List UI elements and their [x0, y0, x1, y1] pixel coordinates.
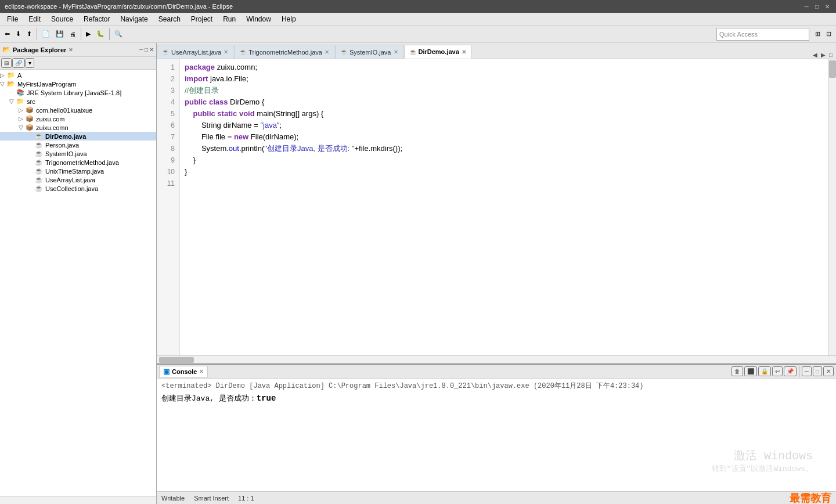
- editor-vscroll-thumb[interactable]: [829, 60, 836, 78]
- tree-item-4[interactable]: ▷📦com.hello01kuaixue: [0, 106, 156, 114]
- tree-label-11: UnixTimeStamp.java: [45, 168, 104, 175]
- toolbar-btn-perspective[interactable]: ⊞: [813, 27, 823, 41]
- menu-item-refactor[interactable]: Refactor: [79, 13, 114, 25]
- menu-item-help[interactable]: Help: [277, 13, 301, 25]
- sidebar-maximize-btn[interactable]: □: [145, 46, 148, 53]
- minimize-button[interactable]: ─: [802, 2, 810, 10]
- tree-item-0[interactable]: ▷📁A: [0, 71, 156, 80]
- tab-close-1[interactable]: ✕: [325, 49, 329, 55]
- toolbar-btn-print[interactable]: 🖨: [67, 27, 78, 41]
- toolbar-btn-3[interactable]: ⬆: [24, 27, 34, 41]
- menu-item-file[interactable]: File: [2, 13, 23, 25]
- toolbar-btn-run[interactable]: ▶: [84, 27, 93, 41]
- menu-item-search[interactable]: Search: [154, 13, 185, 25]
- tree-icon-6: 📦: [26, 124, 35, 131]
- line-numbers: 1234567891011: [157, 59, 180, 355]
- tree-item-8[interactable]: ☕Person.java: [0, 141, 156, 149]
- code-content[interactable]: package zuixu.comn;import java.io.File;/…: [180, 59, 828, 355]
- tree-item-13[interactable]: ☕UseCollection.java: [0, 184, 156, 193]
- toolbar-btn-views[interactable]: ⊡: [824, 27, 834, 41]
- cmt-3: //创建目录: [185, 85, 219, 96]
- editor-hscroll[interactable]: [157, 355, 836, 363]
- line-num-7: 7: [157, 131, 177, 143]
- tab-close-3[interactable]: ✕: [462, 49, 466, 55]
- editor-tab-3[interactable]: ☕DirDemo.java✕: [404, 45, 471, 59]
- sidebar-link-btn[interactable]: 🔗: [12, 58, 25, 68]
- console-minimize-btn[interactable]: ─: [802, 366, 812, 376]
- watermark: 激活 Windows 转到"设置"以激活Windows。: [712, 448, 813, 474]
- console-word-wrap-btn[interactable]: ↩: [772, 366, 783, 376]
- toolbar-btn-search[interactable]: 🔍: [112, 27, 125, 41]
- menu-item-project[interactable]: Project: [186, 13, 217, 25]
- tab-bar: ☕UseArrayList.java✕☕TrigonometricMethod.…: [157, 43, 836, 59]
- tree-item-9[interactable]: ☕SystemIO.java: [0, 149, 156, 158]
- console-scroll-lock-btn[interactable]: 🔒: [758, 366, 771, 376]
- menu-item-navigate[interactable]: Navigate: [116, 13, 152, 25]
- toolbar-btn-new[interactable]: 📄: [39, 27, 52, 41]
- sidebar-collapse-btn[interactable]: ⊟: [1, 58, 12, 68]
- code-line-3: //创建目录: [185, 85, 823, 96]
- tab-label-3: DirDemo.java: [419, 48, 459, 55]
- sidebar-hscroll[interactable]: [0, 496, 156, 504]
- console-tab-close[interactable]: ✕: [199, 369, 204, 375]
- tab-bar-controls: ◀▶□: [809, 51, 836, 59]
- tab-close-0[interactable]: ✕: [224, 49, 228, 55]
- tab-icon-2: ☕: [340, 49, 347, 55]
- tab-scroll-right[interactable]: ▶: [820, 51, 827, 59]
- maximize-button[interactable]: □: [813, 2, 821, 10]
- tree-item-7[interactable]: ☕DirDemo.java: [0, 132, 156, 141]
- window-controls: ─ □ ✕: [802, 2, 831, 10]
- editor-tab-2[interactable]: ☕SystemIO.java✕: [335, 45, 403, 59]
- menu-bar: FileEditSourceRefactorNavigateSearchProj…: [0, 13, 836, 26]
- editor-tab-0[interactable]: ☕UseArrayList.java✕: [157, 45, 233, 59]
- console-close-btn[interactable]: ✕: [823, 366, 834, 376]
- tree-icon-8: ☕: [35, 141, 44, 149]
- editor-tab-1[interactable]: ☕TrigonometricMethod.java✕: [234, 45, 334, 59]
- console-content: <terminated> DirDemo [Java Application] …: [157, 379, 836, 491]
- tree-arrow-3: ▽: [9, 98, 16, 105]
- tab-close-2[interactable]: ✕: [394, 49, 398, 55]
- console-stop-btn[interactable]: ⬛: [744, 366, 757, 376]
- editor-and-console: ☕UseArrayList.java✕☕TrigonometricMethod.…: [157, 43, 836, 491]
- console-tab[interactable]: ▣ Console ✕: [159, 366, 208, 377]
- menu-item-source[interactable]: Source: [46, 13, 78, 25]
- tree-item-6[interactable]: ▽📦zuixu.comn: [0, 123, 156, 132]
- tree-item-10[interactable]: ☕TrigonometricMethod.java: [0, 158, 156, 167]
- console-maximize-btn[interactable]: □: [813, 366, 822, 376]
- toolbar-btn-2[interactable]: ⬇: [13, 27, 23, 41]
- sidebar-minimize-btn[interactable]: ─: [139, 46, 143, 53]
- tab-maximize[interactable]: □: [828, 51, 834, 59]
- quick-access-box[interactable]: Quick Access: [716, 28, 809, 41]
- kw-void-5: void: [239, 108, 255, 120]
- title-text: eclipse-workspace - MyFirstJavaProgram/s…: [5, 3, 802, 10]
- tree-item-11[interactable]: ☕UnixTimeStamp.java: [0, 167, 156, 175]
- tree-icon-13: ☕: [35, 185, 44, 192]
- quick-access-label: Quick Access: [719, 31, 758, 38]
- tree-item-2[interactable]: 📚JRE System Library [JavaSE-1.8]: [0, 88, 156, 97]
- toolbar-btn-1[interactable]: ⬅: [2, 27, 12, 41]
- toolbar-btn-save[interactable]: 💾: [53, 27, 66, 41]
- menu-item-edit[interactable]: Edit: [24, 13, 45, 25]
- sidebar-close-btn[interactable]: ✕: [149, 46, 154, 53]
- tree-icon-4: 📦: [26, 106, 35, 114]
- tree-icon-3: 📁: [16, 98, 26, 105]
- sidebar-title-text: Package Explorer: [13, 46, 66, 53]
- tree-label-0: A: [17, 72, 21, 79]
- tree-item-5[interactable]: ▷📦zuixu.com: [0, 114, 156, 123]
- editor-vscroll[interactable]: [828, 59, 836, 355]
- tab-scroll-left[interactable]: ◀: [812, 51, 819, 59]
- tree-item-12[interactable]: ☕UseArrayList.java: [0, 175, 156, 184]
- position-label: 11 : 1: [238, 495, 254, 502]
- menu-item-window[interactable]: Window: [242, 13, 276, 25]
- console-pin-btn[interactable]: 📌: [784, 366, 797, 376]
- tree-label-4: com.hello01kuaixue: [36, 107, 92, 114]
- menu-item-run[interactable]: Run: [218, 13, 240, 25]
- sidebar-menu-btn[interactable]: ▾: [26, 58, 34, 68]
- close-button[interactable]: ✕: [823, 2, 831, 10]
- console-clear-btn[interactable]: 🗑: [732, 366, 743, 376]
- tree-item-3[interactable]: ▽📁src: [0, 97, 156, 106]
- tree-label-2: JRE System Library [JavaSE-1.8]: [27, 89, 121, 96]
- line-num-8: 8: [157, 143, 177, 154]
- tree-item-1[interactable]: ▽📂MyFirstJavaProgram: [0, 80, 156, 88]
- toolbar-btn-debug[interactable]: 🐛: [94, 27, 107, 41]
